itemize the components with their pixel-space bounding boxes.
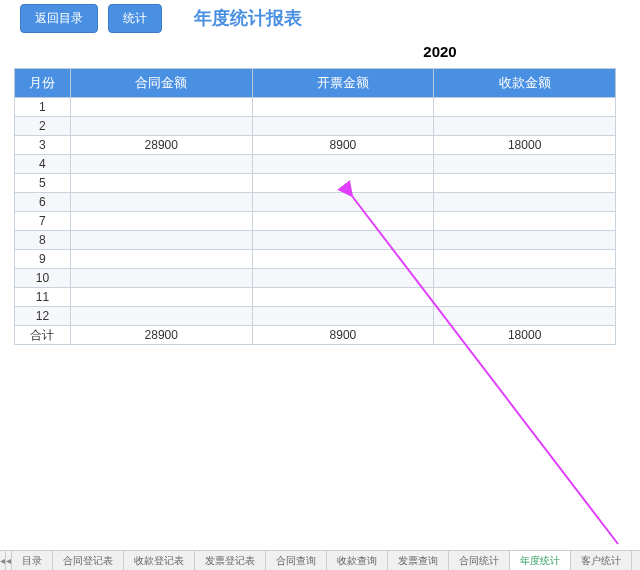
cell-receipt[interactable] xyxy=(434,98,616,117)
cell-invoice[interactable] xyxy=(252,307,434,326)
cell-contract[interactable] xyxy=(70,250,252,269)
page-title: 年度统计报表 xyxy=(194,4,302,30)
table-row[interactable]: 11 xyxy=(15,288,616,307)
cell-month[interactable]: 5 xyxy=(15,174,71,193)
cell-total-contract: 28900 xyxy=(70,326,252,345)
annual-stats-table: 月份 合同金额 开票金额 收款金额 1232890089001800045678… xyxy=(14,68,616,345)
cell-receipt[interactable]: 18000 xyxy=(434,136,616,155)
table-row[interactable]: 9 xyxy=(15,250,616,269)
cell-month[interactable]: 1 xyxy=(15,98,71,117)
cell-invoice[interactable] xyxy=(252,117,434,136)
cell-month[interactable]: 12 xyxy=(15,307,71,326)
cell-month[interactable]: 10 xyxy=(15,269,71,288)
sheet-tab[interactable]: 合同查询 xyxy=(266,551,327,570)
cell-month[interactable]: 2 xyxy=(15,117,71,136)
cell-total-invoice: 8900 xyxy=(252,326,434,345)
cell-contract[interactable] xyxy=(70,98,252,117)
cell-receipt[interactable] xyxy=(434,231,616,250)
sheet-tab[interactable]: 目录 xyxy=(12,551,53,570)
cell-invoice[interactable] xyxy=(252,231,434,250)
cell-contract[interactable] xyxy=(70,231,252,250)
cell-month[interactable]: 4 xyxy=(15,155,71,174)
table-row-total: 合计28900890018000 xyxy=(15,326,616,345)
cell-month[interactable]: 6 xyxy=(15,193,71,212)
table-row[interactable]: 4 xyxy=(15,155,616,174)
cell-receipt[interactable] xyxy=(434,288,616,307)
col-header-contract: 合同金额 xyxy=(70,69,252,98)
cell-invoice[interactable]: 8900 xyxy=(252,136,434,155)
cell-contract[interactable]: 28900 xyxy=(70,136,252,155)
back-button[interactable]: 返回目录 xyxy=(20,4,98,33)
year-label: 2020 xyxy=(380,43,500,60)
sheet-tab[interactable]: 客户统计 xyxy=(571,551,632,570)
table-row[interactable]: 8 xyxy=(15,231,616,250)
sheet-tab[interactable]: 收款查询 xyxy=(327,551,388,570)
cell-receipt[interactable] xyxy=(434,155,616,174)
cell-contract[interactable] xyxy=(70,174,252,193)
sheet-tab[interactable]: 合同登记表 xyxy=(53,551,124,570)
cell-contract[interactable] xyxy=(70,212,252,231)
sheet-tab[interactable]: 年度统计 xyxy=(510,551,571,570)
cell-receipt[interactable] xyxy=(434,307,616,326)
cell-receipt[interactable] xyxy=(434,193,616,212)
cell-invoice[interactable] xyxy=(252,174,434,193)
cell-contract[interactable] xyxy=(70,307,252,326)
cell-invoice[interactable] xyxy=(252,269,434,288)
col-header-receipt: 收款金额 xyxy=(434,69,616,98)
cell-month[interactable]: 11 xyxy=(15,288,71,307)
cell-invoice[interactable] xyxy=(252,155,434,174)
cell-contract[interactable] xyxy=(70,117,252,136)
sheet-tab[interactable]: 使用说明 xyxy=(632,551,640,570)
cell-total-label: 合计 xyxy=(15,326,71,345)
table-row[interactable]: 2 xyxy=(15,117,616,136)
table-row[interactable]: 1 xyxy=(15,98,616,117)
sheet-tab[interactable]: 合同统计 xyxy=(449,551,510,570)
sheet-tab[interactable]: 发票登记表 xyxy=(195,551,266,570)
cell-invoice[interactable] xyxy=(252,98,434,117)
table-row[interactable]: 328900890018000 xyxy=(15,136,616,155)
cell-contract[interactable] xyxy=(70,193,252,212)
cell-month[interactable]: 8 xyxy=(15,231,71,250)
cell-month[interactable]: 7 xyxy=(15,212,71,231)
cell-invoice[interactable] xyxy=(252,250,434,269)
cell-receipt[interactable] xyxy=(434,174,616,193)
col-header-month: 月份 xyxy=(15,69,71,98)
stats-button[interactable]: 统计 xyxy=(108,4,162,33)
sheet-tabs: ◂ ◂ 目录合同登记表收款登记表发票登记表合同查询收款查询发票查询合同统计年度统… xyxy=(0,550,640,570)
cell-contract[interactable] xyxy=(70,269,252,288)
cell-receipt[interactable] xyxy=(434,269,616,288)
cell-month[interactable]: 9 xyxy=(15,250,71,269)
table-row[interactable]: 6 xyxy=(15,193,616,212)
sheet-tab[interactable]: 发票查询 xyxy=(388,551,449,570)
table-row[interactable]: 7 xyxy=(15,212,616,231)
cell-total-receipt: 18000 xyxy=(434,326,616,345)
cell-invoice[interactable] xyxy=(252,288,434,307)
cell-month[interactable]: 3 xyxy=(15,136,71,155)
col-header-invoice: 开票金额 xyxy=(252,69,434,98)
cell-invoice[interactable] xyxy=(252,212,434,231)
table-row[interactable]: 5 xyxy=(15,174,616,193)
sheet-tab[interactable]: 收款登记表 xyxy=(124,551,195,570)
table-row[interactable]: 10 xyxy=(15,269,616,288)
cell-contract[interactable] xyxy=(70,155,252,174)
cell-receipt[interactable] xyxy=(434,212,616,231)
cell-receipt[interactable] xyxy=(434,117,616,136)
cell-contract[interactable] xyxy=(70,288,252,307)
table-row[interactable]: 12 xyxy=(15,307,616,326)
cell-receipt[interactable] xyxy=(434,250,616,269)
cell-invoice[interactable] xyxy=(252,193,434,212)
